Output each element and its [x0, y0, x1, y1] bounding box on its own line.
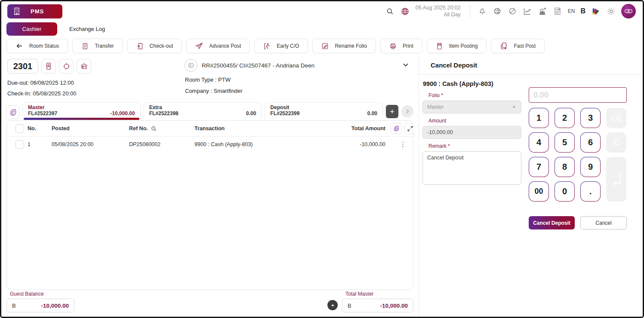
copy-search-icon[interactable]: [391, 123, 402, 134]
button-label: Rename Folio: [335, 43, 367, 49]
select-all-checkbox[interactable]: [15, 124, 24, 133]
numpad-key-9[interactable]: 9: [580, 157, 601, 177]
numpad-key-6[interactable]: 6: [580, 132, 601, 153]
transfer-button[interactable]: Transfer: [72, 39, 123, 53]
guest-balance-box: B -10,000.00: [6, 299, 74, 312]
guest-balance-label: Guest Balance: [10, 291, 74, 297]
ref-search-icon[interactable]: [151, 125, 157, 132]
user-avatar[interactable]: [621, 4, 636, 18]
report-document-icon[interactable]: [553, 6, 562, 16]
numpad-key-1[interactable]: 1: [529, 108, 549, 128]
row-menu-kebab-icon[interactable]: ⋮: [391, 143, 413, 146]
amount-field[interactable]: -10,000.00: [422, 126, 521, 139]
folio-tab-extra[interactable]: Extra FL#2522398 0.00: [144, 102, 262, 119]
numpad-display-input[interactable]: [529, 87, 627, 103]
cell-total: -10,000.00: [322, 141, 391, 147]
cancel-button[interactable]: Cancel: [580, 216, 627, 229]
numpad-backspace-button[interactable]: [606, 108, 626, 128]
print-button[interactable]: Print: [380, 39, 422, 53]
pms-logo[interactable]: PMS: [7, 4, 62, 18]
datetime-display[interactable]: 05 Aug 2025 20:02 All Day: [416, 4, 462, 18]
folio-number: FL#2522398: [149, 110, 256, 117]
language-selector[interactable]: EN: [568, 8, 575, 14]
col-posted: Posted: [52, 125, 129, 131]
advance-post-button[interactable]: Advance Post: [186, 39, 250, 53]
numpad-key-4[interactable]: 4: [529, 132, 549, 153]
divider: [470, 5, 470, 18]
cell-transaction: 9900 : Cash (Apply-803): [194, 141, 322, 147]
button-label: Advance Post: [209, 43, 241, 49]
bar-chart-icon[interactable]: [538, 6, 547, 16]
button-label: Print: [403, 43, 413, 49]
folio-tab-deposit[interactable]: Deposit FL#2522399 0.00: [265, 102, 383, 119]
numpad-key-7[interactable]: 7: [529, 157, 549, 177]
tab-exchange-log[interactable]: Exchange Log: [69, 26, 105, 32]
settings-gear-icon[interactable]: [606, 6, 616, 16]
chevron-down-icon[interactable]: [401, 61, 410, 69]
folio-tab-master[interactable]: Master FL#2522397 -10,000.00: [22, 102, 141, 119]
table-row[interactable]: 1 05/08/2025 20:00 DP25080002 9900 : Cas…: [7, 137, 413, 152]
room-number[interactable]: 2301: [7, 59, 38, 73]
early-co-button[interactable]: Early C/O: [254, 39, 308, 53]
edit-pencil-icon: [321, 43, 329, 50]
line-chart-icon[interactable]: [523, 6, 532, 16]
expand-icon[interactable]: [404, 123, 413, 134]
target-locator-icon[interactable]: [59, 59, 74, 73]
check-out-button[interactable]: Check-out: [127, 39, 182, 53]
cell-ref: DP25080002: [129, 141, 194, 147]
cancel-deposit-submit-button[interactable]: Cancel Deposit: [529, 216, 575, 229]
tab-cashier[interactable]: Cashier: [6, 22, 57, 36]
guest-photo-placeholder-icon[interactable]: [185, 59, 197, 72]
col-no: No.: [28, 125, 52, 131]
globe-icon[interactable]: [401, 6, 410, 16]
theme-palette-icon[interactable]: [591, 6, 601, 16]
fast-post-button[interactable]: Fast Post: [491, 39, 545, 53]
gauge-icon[interactable]: [508, 6, 517, 16]
total-master-value: -10,000.00: [380, 303, 408, 309]
rename-folio-button[interactable]: Rename Folio: [312, 39, 376, 53]
numpad-key-8[interactable]: 8: [555, 157, 575, 177]
bold-toggle[interactable]: B: [580, 7, 585, 15]
numpad-enter-button[interactable]: [606, 157, 626, 202]
numpad-key-2[interactable]: 2: [555, 108, 575, 128]
module-tabs: Cashier Exchange Log: [1, 21, 643, 37]
building-icon: [12, 7, 21, 15]
transfer-document-icon: [81, 43, 89, 50]
folio-select[interactable]: Master: [422, 101, 521, 113]
numpad-clear-button[interactable]: C: [606, 132, 626, 153]
cell-no: 1: [28, 141, 52, 147]
back-arrow-icon: [15, 42, 23, 50]
numpad-key-00[interactable]: 00: [529, 181, 549, 202]
guest-profile-icon[interactable]: [41, 59, 56, 73]
check-in-date: Check-In: 05/08/2025 20:00: [7, 88, 185, 99]
room-status-button[interactable]: Room Status: [6, 39, 68, 53]
button-label: Transfer: [95, 43, 114, 49]
table-header-row: No. Posted Ref No. Transaction Total Amo…: [7, 121, 413, 137]
folio-pages-icon[interactable]: [6, 105, 19, 119]
network-globe-icon[interactable]: [493, 6, 502, 16]
clear-key-label: C: [613, 138, 619, 147]
cashier-main-panel: 2301: [1, 55, 419, 317]
numpad-key-dot[interactable]: .: [580, 181, 601, 202]
search-icon[interactable]: [385, 6, 395, 16]
logo-label: PMS: [31, 8, 44, 15]
remark-textarea[interactable]: Cancel Deposit: [422, 151, 521, 185]
button-label: Item Posting: [449, 43, 478, 49]
notifications-bell-icon[interactable]: [478, 6, 487, 16]
remark-field-label: Remark *: [428, 143, 521, 149]
guest-header: 2301: [1, 55, 419, 100]
col-transaction: Transaction: [194, 125, 322, 131]
button-label: Early C/O: [277, 43, 299, 49]
add-folio-button[interactable]: +: [386, 105, 398, 118]
room-type: Room Type : PTW: [185, 76, 413, 83]
item-posting-button[interactable]: Item Posting: [427, 39, 487, 53]
col-total: Total Amount: [322, 125, 391, 131]
next-folio-button[interactable]: [401, 105, 413, 117]
numpad-key-3[interactable]: 3: [580, 108, 601, 128]
collapse-up-button[interactable]: [327, 300, 338, 310]
numpad-key-0[interactable]: 0: [555, 181, 575, 202]
numpad-key-5[interactable]: 5: [555, 132, 575, 153]
row-checkbox[interactable]: [15, 140, 24, 149]
early-checkout-runner-icon: [263, 43, 271, 50]
room-bed-icon[interactable]: [77, 59, 91, 73]
